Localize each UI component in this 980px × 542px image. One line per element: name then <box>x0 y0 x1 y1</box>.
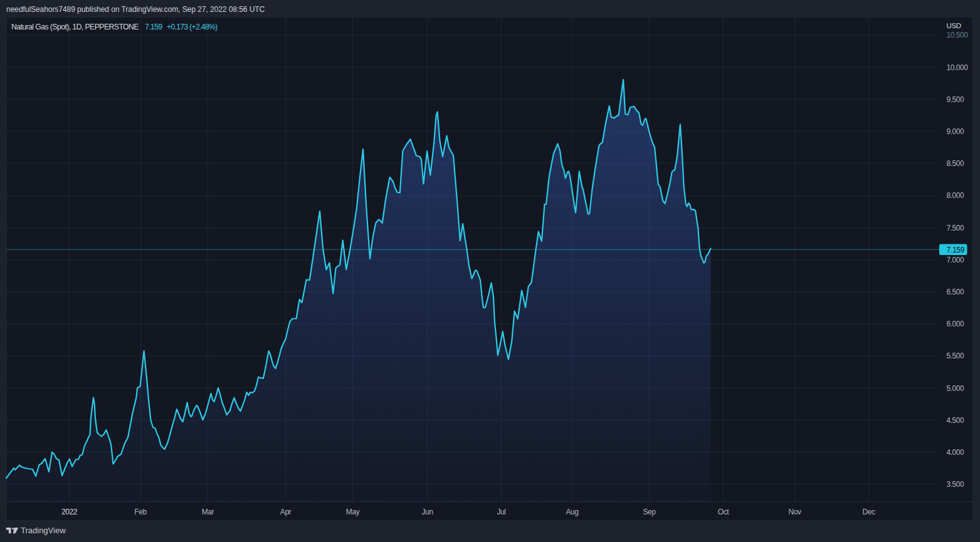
svg-text:Nov: Nov <box>789 508 801 516</box>
svg-text:9.000: 9.000 <box>947 127 965 136</box>
svg-text:7.500: 7.500 <box>947 224 965 232</box>
svg-text:Apr: Apr <box>280 508 292 516</box>
svg-text:Jul: Jul <box>497 508 506 516</box>
svg-text:Oct: Oct <box>718 508 729 516</box>
svg-text:5.000: 5.000 <box>947 384 965 393</box>
svg-text:10.000: 10.000 <box>947 63 969 72</box>
svg-text:7.000: 7.000 <box>947 256 965 264</box>
svg-text:5.500: 5.500 <box>947 352 965 360</box>
svg-text:6.500: 6.500 <box>947 288 965 296</box>
svg-text:+0.173 (+2.48%): +0.173 (+2.48%) <box>167 23 218 31</box>
svg-text:USD: USD <box>947 22 961 29</box>
svg-text:Dec: Dec <box>863 508 875 516</box>
svg-text:3.500: 3.500 <box>947 480 965 489</box>
svg-text:4.000: 4.000 <box>947 448 965 457</box>
svg-text:4.500: 4.500 <box>947 416 965 425</box>
svg-text:7.159: 7.159 <box>947 246 965 254</box>
svg-text:8.500: 8.500 <box>947 159 965 168</box>
svg-text:Mar: Mar <box>202 508 214 516</box>
svg-text:8.000: 8.000 <box>947 191 965 200</box>
svg-text:7.159: 7.159 <box>145 23 162 31</box>
svg-text:10.500: 10.500 <box>947 31 969 39</box>
svg-text:Sep: Sep <box>643 508 656 516</box>
svg-text:Jun: Jun <box>422 508 433 516</box>
svg-text:Natural Gas (Spot), 1D, PEPPER: Natural Gas (Spot), 1D, PEPPERSTONE <box>11 23 139 31</box>
svg-text:May: May <box>346 508 360 516</box>
svg-text:needfulSeahors7489 published o: needfulSeahors7489 published on TradingV… <box>6 5 265 14</box>
svg-text:Feb: Feb <box>134 508 147 516</box>
svg-text:Aug: Aug <box>566 508 578 516</box>
svg-text:TradingView: TradingView <box>21 526 66 535</box>
svg-text:6.000: 6.000 <box>947 320 965 328</box>
svg-text:2022: 2022 <box>61 508 78 516</box>
svg-text:9.500: 9.500 <box>947 95 965 104</box>
